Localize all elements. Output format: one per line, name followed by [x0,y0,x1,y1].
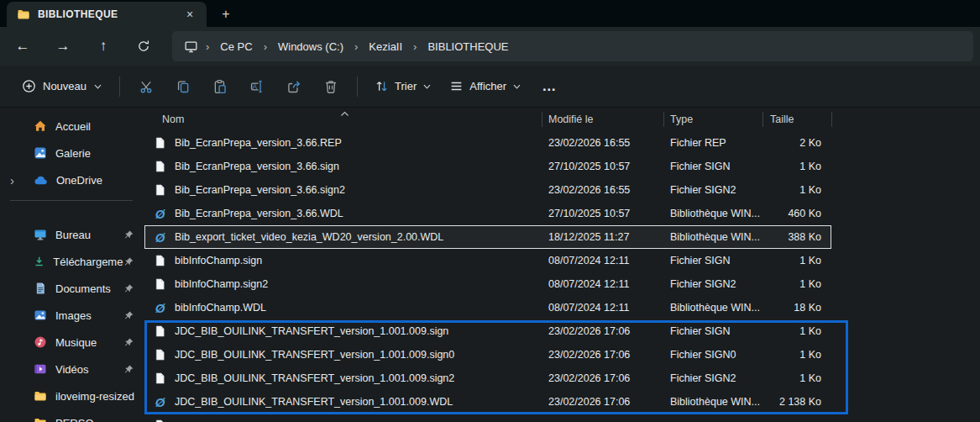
file-size: 2 Ko [763,137,831,149]
breadcrumb-chevron-icon: › [202,40,213,53]
paste-button[interactable] [202,71,238,102]
file-type: Fichier SIGN2 [663,372,763,384]
column-header-taille[interactable]: Taille [763,113,831,125]
file-name: Bib_EcranPrepa_version_3.66.REP [175,137,342,149]
column-separator[interactable] [542,112,542,127]
file-row-selected[interactable]: JDC_BIB_OUILINK_TRANSFERT_version_1.001.… [144,319,831,343]
sidebar-item-label: OneDrive [56,174,102,187]
sort-button-label: Trier [395,80,417,92]
more-options-button[interactable]: … [530,75,568,98]
file-row[interactable]: bibInfoChamp.sign 08/07/2024 12:11 Fichi… [144,249,831,272]
sidebar-item-label: Accueil [55,120,91,133]
column-separator[interactable] [663,112,664,127]
sidebar-item-perso[interactable]: PERSO [2,409,141,422]
file-row[interactable]: ØbibInfoChamp.WDL 08/07/2024 12:11 Bibli… [144,296,831,319]
main-area: Accueil Galerie › OneDrive Bureau Téléch… [0,108,980,422]
folder-icon [34,416,47,422]
file-type: Fichier SIGN0 [663,349,763,361]
sidebar-item-iloveimg-resized[interactable]: iloveimg-resized [2,382,141,409]
file-modified: 23/02/2026 17:06 [542,396,663,408]
file-size: 1 Ko [763,184,831,196]
sidebar-item-galerie[interactable]: Galerie [2,140,141,166]
file-row[interactable]: bibInfoChamp.sign2 08/07/2024 12:11 Fich… [144,272,831,296]
pin-icon [123,229,134,240]
music-icon [34,335,47,349]
cut-icon [139,79,154,94]
file-row-selected[interactable]: ØJDC_BIB_OUILINK_TRANSFERT_version_1.001… [144,390,831,414]
file-name: JDC_BIB_OUILINK_TRANSFERT_version_1.001.… [175,325,448,337]
sidebar-item-label: Bureau [55,229,91,241]
delete-button[interactable] [312,71,349,102]
cut-button[interactable] [128,71,165,102]
new-tab-button[interactable]: + [217,5,235,24]
sidebar-item-bureau[interactable]: Bureau [2,221,141,248]
view-button[interactable]: Afficher [440,73,530,99]
copy-button[interactable] [165,71,202,102]
file-name: Bib_EcranPrepa_version_3.66.sign [175,161,339,172]
file-name: bibInfoChamp.sign [175,255,262,266]
breadcrumb-bibliotheque[interactable]: BIBLIOTHEQUE [421,38,515,55]
up-button[interactable]: ↑ [90,33,117,60]
sidebar-item-musique[interactable]: Musique [2,329,141,356]
tab-close-icon[interactable]: × [181,6,198,23]
pin-icon [123,337,134,348]
file-modified: 23/02/2026 16:55 [542,184,663,196]
refresh-button[interactable] [130,33,157,60]
file-row-focused[interactable]: ØBib_export_ticket_video_kezia_WD20_vers… [144,225,831,249]
sidebar-item-accueil[interactable]: Accueil [2,113,141,140]
new-button[interactable]: Nouveau [12,73,112,99]
folder-icon [34,389,47,403]
file-size: 18 Ko [763,302,831,314]
column-separator[interactable] [831,112,832,127]
sidebar-item-label: Galerie [55,147,91,160]
wdl-library-icon: Ø [154,396,166,409]
sidebar-item-label: PERSO [55,417,94,422]
file-name: Bib_export_ticket_video_kezia_WD20_versi… [175,231,443,243]
forward-button[interactable]: → [50,33,76,60]
command-toolbar: Nouveau A Trier Afficher … [0,66,980,108]
sidebar-item-documents[interactable]: Documents [2,275,141,302]
breadcrumb-ce-pc[interactable]: Ce PC [213,38,259,55]
pin-icon [123,310,134,321]
paste-icon [212,79,228,94]
file-row[interactable]: ØBib_EcranPrepa_version_3.66.WDL 27/10/2… [144,202,831,225]
file-row-selected[interactable]: JDC_BIB_OUILINK_TRANSFERT_version_1.001.… [144,343,831,367]
view-button-label: Afficher [469,80,506,92]
address-bar[interactable]: › Ce PC › Windows (C:) › KeziaII › BIBLI… [172,31,973,61]
file-size: 1 Ko [763,255,831,266]
sidebar-item-videos[interactable]: Vidéos [2,356,141,382]
breadcrumb-chevron-icon: › [259,40,271,53]
breadcrumb-keziaii[interactable]: KeziaII [362,38,409,55]
sidebar-item-label: iloveimg-resized [55,390,134,403]
file-row[interactable]: Bib_EcranPrepa_version_3.66.REP 23/02/20… [144,131,831,155]
column-header-type[interactable]: Type [663,113,763,125]
file-row[interactable]: Bib_EcranPrepa_version_3.66.sign2 23/02/… [144,178,831,202]
file-row[interactable]: Bib_EcranPrepa_version_3.66.sign 27/10/2… [144,155,831,178]
chevron-down-icon [423,84,431,89]
column-separator[interactable] [763,112,763,127]
share-button[interactable] [275,71,312,102]
file-size: 1 Ko [763,372,831,384]
file-row-selected[interactable]: JDC_BIB_OUILINK_TRANSFERT_version_1.001.… [144,367,831,390]
file-modified: 08/07/2024 12:11 [542,255,663,266]
navigation-bar: ← → ↑ › Ce PC › Windows (C:) › KeziaII ›… [0,27,980,66]
explorer-tab[interactable]: BIBLIOTHEQUE × [7,2,207,27]
file-modified: 18/12/2025 11:27 [542,231,663,243]
file-type: Fichier SIGN [663,255,763,266]
wdl-library-icon: Ø [154,302,166,314]
sidebar-item-onedrive[interactable]: › OneDrive [2,166,141,193]
file-modified: 23/02/2026 17:06 [542,349,663,361]
chevron-right-icon[interactable]: › [10,173,14,187]
sidebar-item-telechargements[interactable]: Téléchargements [2,248,141,275]
back-button[interactable]: ← [9,33,36,60]
wdl-library-icon: Ø [154,231,166,244]
file-row-partial[interactable] [144,414,831,422]
refresh-icon [137,40,150,53]
video-icon [34,362,47,376]
sort-button[interactable]: Trier [365,73,440,99]
chevron-down-icon [94,84,102,89]
column-header-modifie-le[interactable]: Modifié le [542,113,663,125]
sidebar-item-images[interactable]: Images [2,302,141,329]
rename-button[interactable]: A [238,71,275,102]
breadcrumb-windows-c[interactable]: Windows (C:) [271,38,350,55]
